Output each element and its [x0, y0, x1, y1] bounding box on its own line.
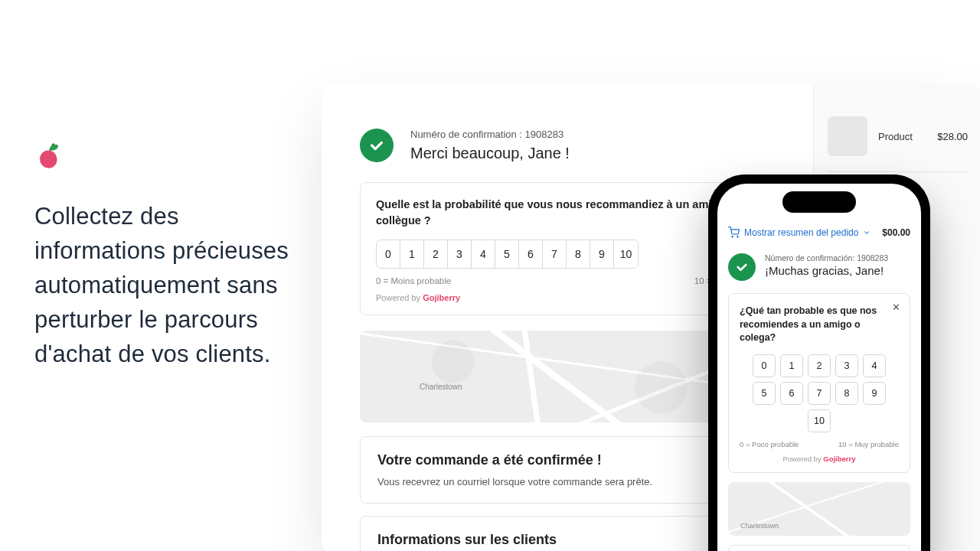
phone-notch: [782, 191, 856, 213]
nps-option-8[interactable]: 8: [567, 240, 590, 268]
nps-option-6[interactable]: 6: [780, 382, 803, 405]
nps-option-10[interactable]: 10: [808, 409, 831, 432]
product-name: Product: [878, 131, 926, 142]
close-icon[interactable]: ✕: [892, 302, 900, 313]
cart-icon: [728, 227, 740, 238]
map-label-a: Charlestown: [420, 383, 462, 391]
chevron-down-icon: [863, 229, 871, 236]
phone-order-confirmed-card: Su pedido ha sido confirmado.: [728, 545, 910, 552]
marketing-panel: Collectez des informations précieuses au…: [34, 142, 302, 372]
phone-scale-low: 0 = Poco probable: [740, 440, 799, 448]
nps-option-8[interactable]: 8: [835, 382, 858, 405]
svg-point-1: [732, 236, 733, 237]
scale-low-label: 0 = Moins probable: [376, 276, 451, 285]
nps-option-0[interactable]: 0: [377, 240, 400, 268]
phone-scale-high: 10 = Muy probable: [838, 440, 899, 448]
phone-confirmation-number: Número de confirmación: 1908283: [765, 253, 888, 262]
nps-option-5[interactable]: 5: [495, 240, 519, 268]
confirmation-header: Numéro de confirmation : 1908283 Merci b…: [360, 129, 784, 162]
nps-option-7[interactable]: 7: [808, 382, 831, 405]
phone-map-label: Charlestown: [740, 522, 779, 530]
checkmark-icon: [360, 129, 394, 162]
phone-survey-question: ¿Qué tan probable es que nos recomiendes…: [740, 305, 899, 345]
summary-price: $00.00: [882, 227, 910, 238]
nps-option-5[interactable]: 5: [753, 382, 776, 405]
nps-option-2[interactable]: 2: [424, 240, 448, 268]
summary-toggle-label: Mostrar resumen del pedido: [744, 227, 858, 238]
marketing-headline: Collectez des informations précieuses au…: [34, 200, 302, 372]
phone-screen: Mostrar resumen del pedido $00.00 Número…: [717, 184, 921, 551]
order-summary-toggle[interactable]: Mostrar resumen del pedido $00.00: [728, 227, 910, 238]
product-price: $28.00: [937, 131, 968, 142]
nps-option-2[interactable]: 2: [808, 354, 831, 377]
nps-option-1[interactable]: 1: [400, 240, 424, 268]
nps-option-0[interactable]: 0: [753, 354, 776, 377]
thank-you-message: Merci beaucoup, Jane !: [410, 145, 570, 162]
powered-brand: Gojiberry: [423, 293, 460, 302]
phone-thank-you: ¡Muchas gracias, Jane!: [765, 264, 888, 277]
nps-option-1[interactable]: 1: [780, 354, 803, 377]
nps-option-4[interactable]: 4: [863, 354, 886, 377]
svg-point-2: [737, 236, 738, 237]
nps-option-6[interactable]: 6: [519, 240, 543, 268]
divider: [828, 171, 968, 172]
powered-brand: Gojiberry: [823, 455, 855, 463]
phone-confirmation-header: Número de confirmación: 1908283 ¡Muchas …: [728, 253, 910, 281]
nps-option-9[interactable]: 9: [590, 240, 614, 268]
phone-nps-scale: 0 1 2 3 4 5 6 7 8 9 10: [740, 354, 899, 432]
nps-option-4[interactable]: 4: [472, 240, 495, 268]
gojiberry-logo-icon: [34, 142, 64, 171]
nps-scale: 0 1 2 3 4 5 6 7 8 9 10: [376, 240, 639, 269]
nps-option-7[interactable]: 7: [543, 240, 567, 268]
nps-option-10[interactable]: 10: [614, 240, 638, 268]
nps-option-3[interactable]: 3: [448, 240, 472, 268]
phone-powered-by: Powered by Gojiberry: [740, 455, 899, 463]
phone-frame: Mostrar resumen del pedido $00.00 Número…: [708, 174, 930, 551]
phone-delivery-map: Charlestown: [728, 482, 910, 536]
nps-option-3[interactable]: 3: [835, 354, 858, 377]
checkmark-icon: [728, 253, 756, 281]
phone-nps-survey-card: ✕ ¿Qué tan probable es que nos recomiend…: [728, 293, 910, 473]
product-thumbnail: [828, 116, 867, 156]
product-line: Product $28.00: [828, 116, 968, 156]
nps-option-9[interactable]: 9: [863, 382, 886, 405]
confirmation-number: Numéro de confirmation : 1908283: [410, 129, 570, 140]
